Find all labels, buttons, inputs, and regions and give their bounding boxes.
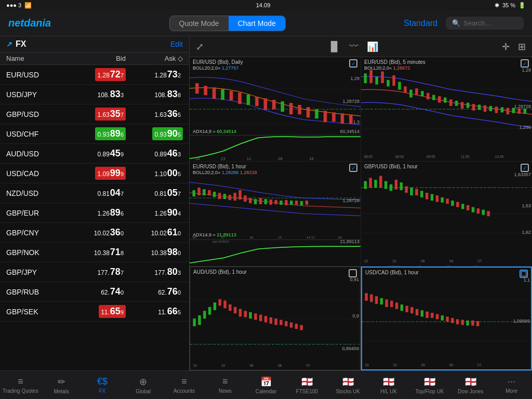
table-row[interactable]: GBP/NOK 10.38718 10.38980 — [0, 243, 189, 262]
svg-rect-62 — [507, 108, 509, 115]
table-row[interactable]: GBP/CNY 10.02360 10.02610 — [0, 223, 189, 243]
topflop-icon: 🏴󠁧󠁢󠁥󠁮󠁧󠁿 — [424, 376, 435, 388]
svg-text:16: 16 — [249, 236, 254, 240]
nav-item-global[interactable]: ⊕ Global — [123, 371, 164, 399]
nav-item-metals[interactable]: ✏ Metals — [41, 371, 82, 399]
svg-rect-130 — [461, 204, 464, 209]
chart-checkbox[interactable] — [521, 164, 529, 172]
chart-checkbox[interactable] — [349, 164, 357, 172]
table-row[interactable]: USD/CAD 1.09999 1.10005 — [0, 164, 189, 183]
table-row[interactable]: NZD/USD 0.81047 0.81057 — [0, 183, 189, 203]
table-row[interactable]: GBP/RUB 62.740 62.760 — [0, 282, 189, 302]
nav-item-dow-jones[interactable]: 🏴󠁧󠁢󠁥󠁮󠁧󠁿 Dow Jones — [450, 371, 491, 399]
table-row[interactable]: AUD/USD 0.89459 0.89463 — [0, 144, 189, 164]
dow-jones-icon: 🏴󠁧󠁢󠁥󠁮󠁧󠁿 — [465, 376, 476, 388]
bid-cell: 62.740 — [69, 285, 126, 298]
edit-button[interactable]: Edit — [170, 40, 183, 48]
calendar-icon: 📅 — [260, 376, 272, 388]
nav-label: News — [219, 388, 232, 394]
nav-item-news[interactable]: ≡ News — [205, 371, 246, 399]
table-row[interactable]: USD/CHF 0.93896 0.93905 — [0, 124, 189, 144]
expand-icon[interactable]: ⤢ — [196, 41, 204, 52]
nav-item-ftse100[interactable]: 🏴󠁧󠁢󠁥󠁮󠁧󠁿 FTSE100 — [286, 371, 327, 399]
svg-rect-50 — [438, 96, 441, 103]
nav-item-stocks-uk[interactable]: 🏴󠁧󠁢󠁥󠁮󠁧󠁿 Stocks UK — [327, 371, 368, 399]
crosshair-icon[interactable]: ✛ — [502, 41, 510, 52]
nav-item-more[interactable]: ··· More — [491, 371, 532, 399]
svg-rect-13 — [272, 100, 276, 109]
chart-checkbox[interactable] — [349, 59, 357, 68]
chart-checkbox[interactable] — [349, 269, 357, 277]
chart-cell-eurusd-5min[interactable]: EUR/USD (Bid), 5 minutes BOLL20;2,0= 1,2… — [361, 57, 532, 161]
svg-rect-52 — [449, 99, 452, 106]
price-label-mid: 1,28728 — [342, 198, 360, 203]
svg-rect-123 — [425, 193, 428, 200]
svg-rect-160 — [244, 311, 247, 317]
table-row[interactable]: USD/JPY 108.833 108.838 — [0, 85, 189, 104]
bar-chart-icon[interactable]: ▐▌ — [327, 41, 341, 52]
nav-item-accounts[interactable]: ≡ Accounts — [164, 371, 205, 399]
chart-checkbox[interactable]: □ — [520, 270, 528, 278]
chart-cell-usdcad-1h[interactable]: USD/CAD (Bid), 1 hour □ 1,1 1,09999 — [361, 267, 532, 370]
svg-rect-151 — [198, 315, 201, 325]
pair-name: GBP/USD — [6, 110, 69, 118]
ask-price: 0.89463 — [152, 147, 183, 160]
search-box[interactable]: 🔍 Search... — [446, 17, 524, 30]
bid-price: 11.659 — [99, 305, 126, 318]
svg-rect-94 — [290, 201, 292, 205]
nav-label: Calendar — [256, 389, 277, 394]
chart-cell-audusd-1h[interactable]: AUD/USD (Bid), 1 hour 0,91 0,9 0,89459 — [190, 267, 361, 370]
price-label-low: 1,286 — [519, 125, 531, 130]
chart-svg: 20 17 16 15 14 17 18 sep.\15\2014 — [190, 162, 361, 265]
svg-text:13: 13 — [193, 363, 196, 367]
nav-label: Dow Jones — [458, 389, 483, 394]
search-icon: 🔍 — [452, 19, 460, 27]
table-row[interactable]: GBP/USD 1.63357 1.63365 — [0, 104, 189, 124]
chart-mode-button[interactable]: Chart Mode — [229, 16, 285, 31]
chart-checkbox[interactable] — [521, 59, 529, 68]
ask-cell: 62.760 — [126, 285, 183, 298]
svg-rect-54 — [461, 102, 463, 109]
table-row[interactable]: GBP/JPY 177.787 177.803 — [0, 262, 189, 282]
pair-name: GBP/JPY — [6, 268, 69, 276]
table-row[interactable]: GBP/EUR 1.26896 1.26904 — [0, 203, 189, 223]
more-icon: ··· — [508, 376, 515, 387]
mode-buttons[interactable]: Quote Mode Chart Mode — [169, 16, 286, 31]
svg-rect-185 — [370, 294, 373, 302]
svg-rect-84 — [238, 190, 241, 200]
table-row[interactable]: EUR/USD 1.28727 1.28732 — [0, 65, 189, 85]
nav-item-trading-quotes[interactable]: ≡ Trading Quotes — [0, 371, 41, 399]
chart-cell-gbpusd-1h[interactable]: GBP/USD (Bid), 1 hour 1,63357 1,63 1,62 — [361, 162, 532, 265]
svg-rect-16 — [298, 105, 301, 114]
table-row[interactable]: GBP/SEK 11.659 11.665 — [0, 302, 189, 322]
svg-text:15: 15 — [278, 236, 282, 240]
nav-item-calendar[interactable]: 📅 Calendar — [246, 371, 287, 399]
chart-type-icon[interactable]: 〰 — [349, 41, 358, 52]
svg-rect-87 — [254, 199, 257, 204]
nav-item-topflop-uk[interactable]: 🏴󠁧󠁢󠁥󠁮󠁧󠁿 Top/Flop UK — [409, 371, 450, 399]
bid-cell: 0.81047 — [69, 187, 126, 200]
battery-label: 35 % — [502, 2, 515, 8]
quote-mode-button[interactable]: Quote Mode — [170, 16, 229, 31]
chart-cell-eurusd-1h[interactable]: EUR/USD (Bid), 1 hour BOLL20;2,0= 1,2828… — [190, 162, 361, 265]
grid-icon[interactable]: ⊞ — [518, 41, 526, 52]
pair-name: USD/CHF — [6, 130, 69, 138]
header: netdania Quote Mode Chart Mode Standard … — [0, 10, 532, 36]
chart-cell-eurusd-daily[interactable]: EUR/USD (Bid), Daily BOLL20;2,0= 1,27757… — [190, 57, 361, 161]
svg-text:sep.\2014: sep.\2014 — [418, 161, 431, 162]
svg-rect-189 — [390, 300, 393, 307]
bid-price: 0.89459 — [95, 147, 126, 160]
svg-rect-114 — [379, 176, 382, 188]
nav-item-fx[interactable]: €$ FX — [82, 371, 123, 399]
nav-item-hl-uk[interactable]: 🏴󠁧󠁢󠁥󠁮󠁧󠁿 H/L UK — [368, 371, 409, 399]
ask-cell: 0.89463 — [126, 147, 183, 160]
svg-rect-47 — [421, 91, 423, 96]
ask-price: 0.93905 — [152, 127, 183, 140]
bid-price: 1.28727 — [95, 68, 126, 81]
hl-uk-icon: 🏴󠁧󠁢󠁥󠁮󠁧󠁿 — [383, 376, 394, 388]
volume-icon[interactable]: 📊 — [367, 41, 378, 52]
svg-rect-12 — [264, 98, 268, 110]
ask-price: 62.760 — [156, 285, 183, 298]
svg-rect-120 — [410, 188, 413, 195]
svg-rect-132 — [472, 207, 474, 212]
